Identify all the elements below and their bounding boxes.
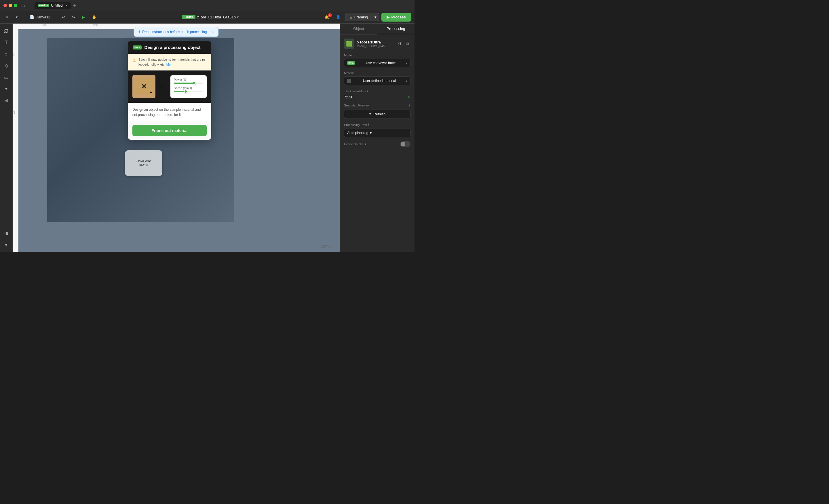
power-slider-fill xyxy=(174,83,194,84)
framing-button[interactable]: ⊞ Framing xyxy=(345,13,372,21)
toolbar: ✕ ▾ 📄 Canvas1 ↩ ↪ ▶ ✋ F1Ultra xTool_F1 U… xyxy=(0,11,414,24)
dropdown-button[interactable]: ▾ xyxy=(13,14,20,21)
mode-label: Mode xyxy=(344,53,410,57)
framing-dropdown-button[interactable]: ▾ xyxy=(372,13,379,21)
main-layout: 🖼 T ○ ◇ ▭ ✦ ⊞ ◑ ● 100 200 xyxy=(0,24,414,252)
device-preview-button[interactable]: 👁 xyxy=(397,40,403,47)
thickness-edit-icon[interactable]: ✎ xyxy=(407,95,410,99)
dialog-warning: ⚠ Batch fill may not be ne for materials… xyxy=(128,54,211,71)
auto-planning-select[interactable]: Auto planning ▾ xyxy=(344,128,410,137)
auto-plan-chevron: ▾ xyxy=(370,131,372,135)
new-tab-button[interactable]: + xyxy=(72,3,77,9)
tab-object[interactable]: Object xyxy=(340,24,377,34)
tab-close-button[interactable]: × xyxy=(66,4,67,7)
desc-line2: set processing parameters for it xyxy=(133,113,181,117)
info-banner-close-button[interactable]: × xyxy=(211,30,214,34)
sidebar-item-text[interactable]: T xyxy=(2,38,11,47)
warning-icon: ⚠ xyxy=(133,57,136,67)
file-icon: 📄 xyxy=(30,15,34,19)
evade-smoke-section: Evade smoke ℹ xyxy=(344,141,410,147)
minimize-window-button[interactable] xyxy=(9,4,12,7)
maximize-window-button[interactable] xyxy=(14,4,17,7)
material-chevron: ▾ xyxy=(406,79,407,83)
separator xyxy=(24,14,24,21)
profile-button[interactable]: 👤 xyxy=(334,14,343,21)
power-slider[interactable] xyxy=(174,83,203,84)
material-select[interactable]: User-defined material ▾ xyxy=(344,77,410,85)
dialog-footer: Frame out material xyxy=(128,121,211,140)
refresh-label: Refresh xyxy=(373,112,386,116)
sidebar-dark-mode[interactable]: ◑ xyxy=(2,228,11,238)
thickness-value: 72.20 xyxy=(344,95,354,99)
refresh-button[interactable]: ⟳ Refresh xyxy=(344,110,410,119)
frame-out-material-button[interactable]: Frame out material xyxy=(133,125,207,137)
material-color-swatch xyxy=(347,79,351,83)
zoom-in-button[interactable]: + xyxy=(332,244,334,249)
notification-button[interactable]: 🔔 4 xyxy=(322,14,331,21)
shape-icon: ○ xyxy=(5,51,8,57)
device-settings-button[interactable]: ⧉ xyxy=(405,40,410,47)
separator2 xyxy=(56,14,56,21)
info-banner-text: Read instructions before batch processin… xyxy=(142,30,207,34)
sidebar-circle[interactable]: ● xyxy=(2,240,11,249)
warning-more-link[interactable]: Mo... xyxy=(167,63,173,66)
sidebar-item-plugin[interactable]: ⊞ xyxy=(2,95,11,105)
home-button[interactable]: ⌂ xyxy=(20,1,28,9)
ai-icon: ✦ xyxy=(4,86,8,91)
play-button[interactable]: ▶ xyxy=(80,14,87,21)
speed-label: Speed (mm/s) xyxy=(174,87,203,90)
mode-select[interactable]: Beta Use conveyor-batch ▾ xyxy=(344,59,410,67)
undo-icon: ↩ xyxy=(62,15,65,19)
mode-value: Use conveyor-batch xyxy=(366,61,397,65)
thickness-info-icon: ℹ xyxy=(367,89,368,93)
current-tab[interactable]: F1Ultra Untitled × xyxy=(35,2,71,9)
tab-badge: F1Ultra xyxy=(38,4,49,7)
canvas-area[interactable]: 100 200 100 200 I love you! ♥Mom xyxy=(13,24,340,252)
processing-path-label: Processing path xyxy=(344,123,367,126)
dialog-desc: Design an object on the sample material … xyxy=(128,103,211,121)
info-banner: ℹ Read instructions before batch process… xyxy=(134,27,218,37)
sidebar-item-layer[interactable]: ▭ xyxy=(2,73,11,82)
traffic-lights xyxy=(3,4,17,7)
redo-button[interactable]: ↪ xyxy=(70,14,77,21)
device-text: xTool F1Ultra xTool_F1 Ultra_04a... xyxy=(357,40,394,48)
speed-slider[interactable] xyxy=(174,91,203,92)
snapshot-label: Snapshot preview xyxy=(344,104,370,107)
refresh-icon: ⟳ xyxy=(369,112,372,116)
material-section: Material User-defined material ▾ xyxy=(344,71,410,85)
close-window-button[interactable] xyxy=(3,4,7,7)
device-title: xTool F1Ultra xyxy=(357,40,394,44)
material-plus-icon: + xyxy=(150,91,152,94)
material-x-icon: ✕ xyxy=(141,83,147,91)
auto-plan-label: Auto planning xyxy=(347,131,368,135)
sidebar-item-ai[interactable]: ✦ xyxy=(2,84,11,93)
dialog-badge: Beta xyxy=(133,45,142,49)
image-icon: 🖼 xyxy=(4,29,9,34)
device-dropdown-button[interactable]: ▾ xyxy=(237,15,239,19)
tab-title: Untitled xyxy=(51,3,63,7)
sidebar-item-node[interactable]: ◇ xyxy=(2,61,11,70)
sidebar-item-image[interactable]: 🖼 xyxy=(2,27,11,36)
panel-content: 🟩 xTool F1Ultra xTool_F1 Ultra_04a... 👁 … xyxy=(340,35,414,252)
mode-badge: Beta xyxy=(347,61,355,65)
circle-icon: ● xyxy=(5,242,8,247)
hand-tool-button[interactable]: ✋ xyxy=(89,14,99,21)
evade-smoke-toggle[interactable] xyxy=(400,141,410,147)
design-dialog: Beta Design a processing object ⚠ Batch … xyxy=(128,41,211,140)
close-button[interactable]: ✕ xyxy=(3,14,11,21)
tab-processing[interactable]: Processing xyxy=(377,24,415,34)
evade-info-icon: ℹ xyxy=(365,142,366,146)
tag-object[interactable]: I love you! ♥Mom xyxy=(125,150,163,176)
undo-button[interactable]: ↩ xyxy=(60,14,67,21)
sidebar-item-shape[interactable]: ○ xyxy=(2,49,11,59)
play-icon: ▶ xyxy=(82,15,85,19)
preview-params: Power (%) Speed (mm/s) xyxy=(170,75,207,98)
power-label: Power (%) xyxy=(174,78,203,81)
zoom-out-button[interactable]: — xyxy=(315,244,319,249)
process-button[interactable]: ▶ Process xyxy=(382,13,411,22)
canvas-label[interactable]: 📄 Canvas1 xyxy=(27,14,52,21)
power-slider-thumb[interactable] xyxy=(192,81,196,85)
device-info: 🟩 xTool F1Ultra xTool_F1 Ultra_04a... 👁 … xyxy=(344,39,410,49)
device-name: xTool_F1 Ultra_04a61b xyxy=(197,15,236,19)
speed-slider-thumb[interactable] xyxy=(184,90,187,93)
